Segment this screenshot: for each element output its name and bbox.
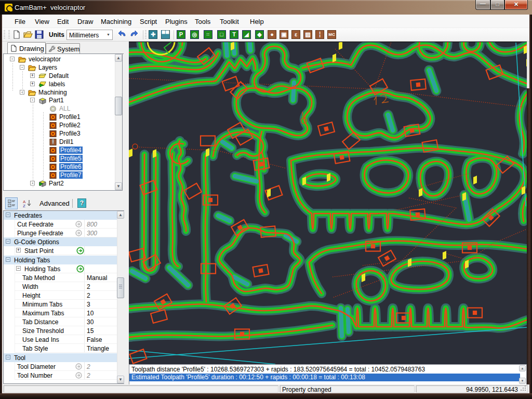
svg-text:Z: Z [23, 204, 25, 208]
svg-text:+: + [8, 200, 10, 203]
svg-text:+: + [8, 204, 10, 207]
